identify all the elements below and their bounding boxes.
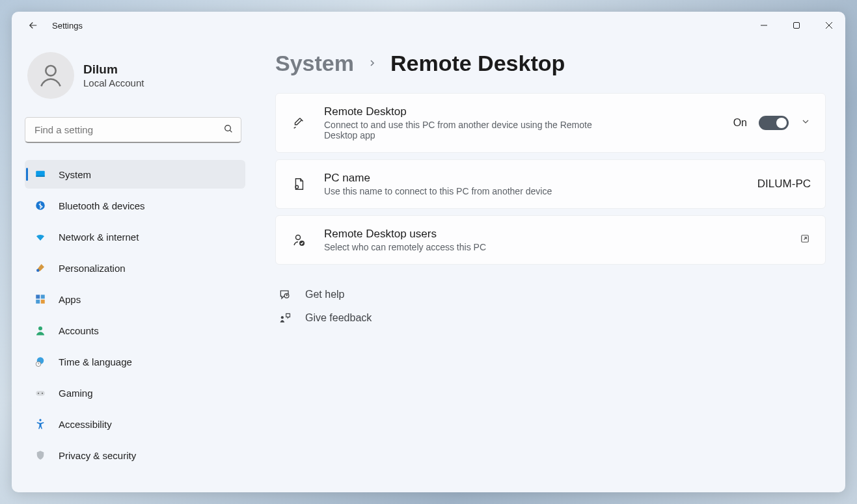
card-body: Remote Desktop Connect to and use this P… <box>324 105 716 140</box>
svg-point-13 <box>38 326 42 330</box>
arrow-left-icon <box>27 20 39 31</box>
search-icon[interactable] <box>223 124 234 137</box>
accessibility-icon <box>34 418 47 431</box>
get-help-link[interactable]: Get help <box>278 288 826 301</box>
card-body: PC name Use this name to connect to this… <box>324 172 741 196</box>
svg-point-8 <box>36 269 40 272</box>
card-pc-name[interactable]: PC name Use this name to connect to this… <box>275 159 826 209</box>
svg-rect-12 <box>41 300 45 304</box>
sidebar-item-label: Accounts <box>59 325 99 336</box>
user-name: Dilum <box>83 62 144 77</box>
brush-icon <box>34 261 47 274</box>
shield-icon <box>34 449 47 462</box>
sidebar-item-accounts[interactable]: Accounts <box>25 316 245 345</box>
card-tail: On <box>733 116 811 130</box>
chevron-down-icon <box>800 116 811 127</box>
sidebar-item-personalization[interactable]: Personalization <box>25 254 245 282</box>
card-subtitle: Use this name to connect to this PC from… <box>324 186 741 196</box>
pc-name-value: DILUM-PC <box>757 178 811 191</box>
sidebar-item-bluetooth[interactable]: Bluetooth & devices <box>25 191 245 220</box>
back-button[interactable] <box>23 16 43 35</box>
wifi-icon <box>34 230 47 243</box>
card-remote-users[interactable]: Remote Desktop users Select who can remo… <box>275 215 826 265</box>
maximize-button[interactable] <box>780 12 813 39</box>
chevron-right-icon <box>367 55 377 72</box>
sidebar-item-label: Gaming <box>59 388 93 399</box>
person-green-icon <box>34 324 47 337</box>
sidebar-item-label: Bluetooth & devices <box>59 200 145 211</box>
svg-rect-16 <box>36 391 45 396</box>
sidebar-item-network[interactable]: Network & internet <box>25 222 245 251</box>
give-feedback-link[interactable]: Give feedback <box>278 312 826 325</box>
svg-point-18 <box>42 393 43 394</box>
sidebar-item-system[interactable]: System <box>25 160 245 189</box>
window-controls <box>748 12 845 39</box>
sidebar-item-label: Network & internet <box>59 232 139 243</box>
card-title: PC name <box>324 172 741 185</box>
card-subtitle: Connect to and use this PC from another … <box>324 120 623 140</box>
svg-point-25 <box>281 316 284 319</box>
svg-rect-6 <box>36 176 45 177</box>
sidebar-item-label: Accessibility <box>59 419 112 430</box>
card-remote-desktop[interactable]: Remote Desktop Connect to and use this P… <box>275 93 826 153</box>
avatar <box>27 52 74 99</box>
close-button[interactable] <box>813 12 845 39</box>
monitor-icon <box>34 168 47 181</box>
card-tail <box>799 233 811 247</box>
sidebar-item-label: Time & language <box>59 356 132 367</box>
titlebar: Settings <box>12 12 845 39</box>
user-profile[interactable]: Dilum Local Account <box>25 52 256 99</box>
footer-links: Get help Give feedback <box>275 288 826 325</box>
expand-button[interactable] <box>800 116 811 129</box>
feedback-icon <box>278 312 292 325</box>
svg-point-21 <box>296 235 301 240</box>
footer-link-label: Give feedback <box>305 312 372 324</box>
sidebar-item-label: Personalization <box>59 263 126 274</box>
sidebar-item-privacy[interactable]: Privacy & security <box>25 441 245 470</box>
person-icon <box>36 61 65 90</box>
user-check-icon <box>290 232 307 248</box>
sidebar: Dilum Local Account System <box>12 39 256 492</box>
page-title: Remote Desktop <box>390 51 565 76</box>
svg-line-4 <box>230 130 232 132</box>
card-tail: DILUM-PC <box>757 178 811 191</box>
svg-point-2 <box>46 66 55 75</box>
card-body: Remote Desktop users Select who can remo… <box>324 228 782 252</box>
bluetooth-icon <box>34 199 47 212</box>
svg-point-3 <box>225 126 231 131</box>
minimize-button[interactable] <box>748 12 780 39</box>
card-title: Remote Desktop users <box>324 228 782 241</box>
footer-link-label: Get help <box>305 289 344 300</box>
apps-icon <box>34 293 47 306</box>
sidebar-item-gaming[interactable]: Gaming <box>25 378 245 407</box>
breadcrumb-root[interactable]: System <box>275 51 354 76</box>
user-account-type: Local Account <box>83 77 144 88</box>
sidebar-item-apps[interactable]: Apps <box>25 285 245 313</box>
minimize-icon <box>760 21 768 29</box>
pc-file-icon <box>290 177 307 191</box>
search-box <box>25 117 241 143</box>
card-title: Remote Desktop <box>324 105 716 118</box>
sidebar-item-label: System <box>59 169 91 180</box>
breadcrumb: System Remote Desktop <box>275 51 826 76</box>
svg-rect-10 <box>41 295 45 298</box>
globe-clock-icon <box>34 355 47 368</box>
svg-rect-1 <box>794 23 800 29</box>
main-panel: System Remote Desktop Remote Desktop Con… <box>256 39 845 492</box>
sidebar-item-label: Privacy & security <box>59 450 136 461</box>
svg-point-19 <box>39 419 41 421</box>
help-icon <box>278 288 292 301</box>
card-subtitle: Select who can remotely access this PC <box>324 242 782 252</box>
toggle-state-label: On <box>733 117 747 129</box>
settings-window: Settings Dilum Local Account <box>12 12 845 492</box>
open-link-button[interactable] <box>799 233 811 247</box>
svg-point-17 <box>38 393 39 394</box>
content-area: Dilum Local Account System <box>12 39 845 492</box>
close-icon <box>825 21 833 29</box>
maximize-icon <box>793 21 800 29</box>
remote-desktop-toggle[interactable] <box>759 116 789 130</box>
sidebar-item-time[interactable]: Time & language <box>25 347 245 376</box>
sidebar-item-accessibility[interactable]: Accessibility <box>25 410 245 438</box>
search-input[interactable] <box>25 117 241 143</box>
svg-rect-11 <box>36 300 40 304</box>
